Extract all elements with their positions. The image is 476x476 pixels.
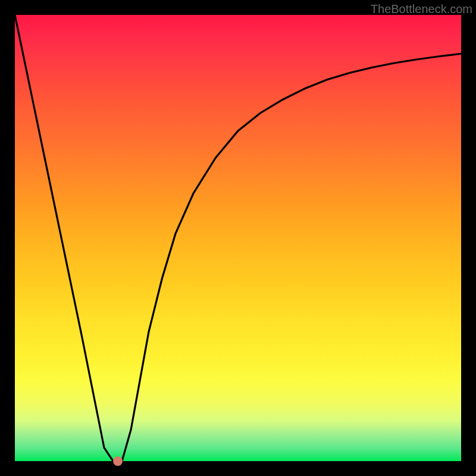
- bottleneck-curve: [15, 15, 461, 461]
- watermark-label: TheBottleneck.com: [371, 2, 472, 16]
- curve-minimum-marker: [113, 456, 123, 466]
- chart-container: TheBottleneck.com: [0, 0, 476, 476]
